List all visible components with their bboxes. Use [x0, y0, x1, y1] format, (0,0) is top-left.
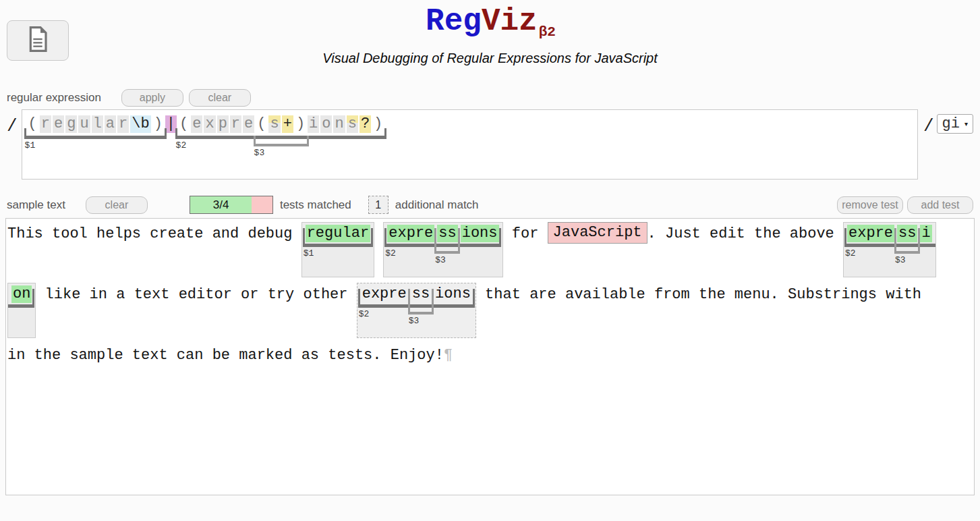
group-tick — [458, 228, 460, 254]
regex-token: ) — [295, 115, 306, 133]
match-token: expre — [361, 285, 408, 303]
match-token: regular — [306, 225, 370, 242]
group-tick — [165, 128, 167, 139]
match-token: expre — [847, 225, 894, 242]
group-tick — [844, 228, 846, 247]
sample-text-segment: in the sample text can be marked as test… — [7, 344, 444, 364]
group-tick — [307, 136, 309, 146]
regex-token: ( — [178, 115, 190, 133]
add-test-button[interactable]: add test — [907, 196, 973, 214]
sample-line: This tool helps create and debug regular… — [7, 222, 974, 277]
additional-match-label: additional match — [395, 198, 479, 212]
match-token: ss — [411, 285, 431, 303]
sample-line: on like in a text editor or try other ex… — [7, 283, 974, 338]
regex-token: n — [333, 115, 345, 133]
match-continuation-box[interactable]: on — [7, 283, 36, 338]
sample-toolbar: sample text clear 3/4 tests matched 1 ad… — [7, 196, 973, 214]
group-tick — [24, 128, 26, 139]
group-tick — [894, 228, 896, 254]
app-header: RegVizβ2 Visual Debugging of Regular Exp… — [0, 0, 980, 66]
group-label: $2 — [845, 248, 856, 258]
group-tick — [499, 228, 501, 247]
match-token: i — [920, 225, 931, 242]
tests-matched-label: tests matched — [280, 198, 351, 212]
regex-token: s — [268, 115, 280, 133]
group-line — [24, 136, 167, 139]
group-label: $2 — [176, 140, 187, 150]
clear-sample-button[interactable]: clear — [86, 196, 148, 214]
sample-line: in the sample text can be marked as test… — [7, 344, 974, 364]
group-tick — [32, 289, 34, 308]
regex-token: e — [243, 115, 254, 133]
regex-token: l — [92, 115, 103, 133]
caret-down-icon: ▾ — [964, 120, 968, 128]
match-token: expre — [387, 225, 434, 242]
group-line — [254, 144, 309, 146]
group-line — [434, 251, 460, 254]
group-tick — [358, 289, 360, 308]
apply-button[interactable]: apply — [121, 89, 183, 107]
regex-token: o — [320, 115, 332, 133]
match-token: ions — [461, 225, 499, 242]
sample-text-segment: This tool helps create and debug — [7, 222, 301, 242]
match-token: on — [11, 285, 32, 303]
regex-token: s — [347, 115, 358, 133]
match-token: ss — [897, 225, 917, 242]
sample-text-area[interactable]: This tool helps create and debug regular… — [5, 218, 975, 495]
regex-close-delimiter: / — [918, 109, 937, 136]
group-tick — [432, 289, 434, 314]
test-box[interactable]: regular$1 — [301, 222, 374, 277]
tests-progress-bar: 3/4 — [190, 196, 273, 214]
test-box-failed[interactable]: JavaScript — [548, 222, 647, 244]
regex-token: r — [230, 115, 241, 133]
regex-token: e — [53, 115, 64, 133]
regex-token: ? — [359, 115, 371, 133]
regex-token-row: (regular\b)|(expre(s+)ions?) — [22, 110, 917, 133]
sample-text-segment: that are available from the menu. Substr… — [476, 283, 921, 303]
regex-token: e — [191, 115, 202, 133]
group-tick — [384, 228, 386, 247]
regex-token: ) — [152, 115, 164, 133]
group-tick — [434, 228, 436, 254]
group-tick — [408, 289, 410, 314]
regex-token: x — [204, 115, 215, 133]
regex-token: g — [65, 115, 77, 133]
group-label: $3 — [435, 255, 446, 265]
flags-value: gi — [942, 115, 960, 132]
new-document-button[interactable] — [7, 20, 69, 61]
regex-toolbar: regular expression apply clear — [7, 89, 980, 107]
group-line — [844, 244, 935, 247]
regex-editor-row: / (regular\b)|(expre(s+)ions?) $1$2$3 / … — [7, 109, 973, 180]
logo-part-2: Viz — [482, 4, 538, 39]
group-line — [384, 244, 501, 247]
group-tick — [371, 228, 373, 247]
regex-editor[interactable]: (regular\b)|(expre(s+)ions?) $1$2$3 — [22, 109, 918, 180]
group-line — [303, 244, 373, 247]
regex-token: a — [105, 115, 116, 133]
regex-token: i — [308, 115, 319, 133]
document-icon — [27, 26, 49, 55]
progress-unmatched-segment — [252, 196, 272, 213]
app-logo: RegVizβ2 — [0, 5, 980, 43]
regex-section-label: regular expression — [7, 91, 101, 105]
logo-beta-tag: β2 — [539, 24, 556, 40]
additional-match-count: 1 — [368, 196, 388, 214]
remove-test-button[interactable]: remove test — [837, 196, 903, 214]
group-tick — [918, 228, 920, 254]
regex-token: ( — [27, 115, 38, 133]
flags-select[interactable]: gi ▾ — [937, 114, 973, 134]
test-box[interactable]: expressions$2$3 — [383, 222, 502, 277]
group-line — [175, 136, 386, 139]
match-token: JavaScript — [552, 224, 643, 242]
group-label: $1 — [304, 248, 314, 258]
regex-token: ) — [372, 115, 384, 133]
clear-regex-button[interactable]: clear — [189, 89, 251, 107]
group-label: $3 — [254, 148, 265, 158]
regex-token: u — [78, 115, 90, 133]
group-line — [408, 312, 434, 314]
test-box[interactable]: expressi$2$3 — [843, 222, 936, 277]
logo-part-1: Reg — [426, 4, 482, 39]
group-line — [8, 304, 34, 308]
additional-match-box[interactable]: expressions$2$3 — [357, 283, 476, 338]
sample-text-segment: for — [503, 222, 548, 242]
